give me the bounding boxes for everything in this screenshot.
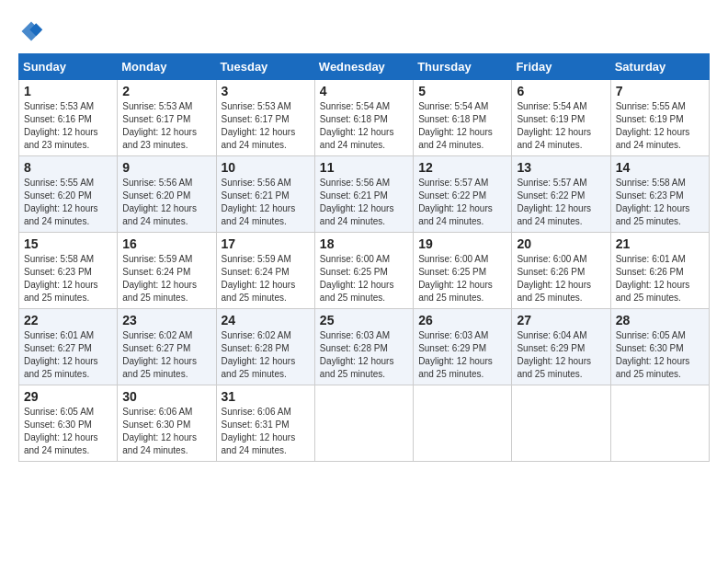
calendar-cell: 2 Sunrise: 5:53 AM Sunset: 6:17 PM Dayli… — [118, 80, 216, 156]
calendar-cell: 27 Sunrise: 6:04 AM Sunset: 6:29 PM Dayl… — [512, 309, 610, 385]
day-info: Sunrise: 5:54 AM Sunset: 6:18 PM Dayligh… — [418, 100, 506, 152]
day-number: 3 — [222, 84, 310, 98]
day-info: Sunrise: 5:58 AM Sunset: 6:23 PM Dayligh… — [616, 177, 704, 228]
calendar-cell: 26 Sunrise: 6:03 AM Sunset: 6:29 PM Dayl… — [414, 309, 512, 385]
day-info: Sunrise: 5:54 AM Sunset: 6:19 PM Dayligh… — [517, 100, 605, 152]
day-info: Sunrise: 5:59 AM Sunset: 6:24 PM Dayligh… — [122, 253, 210, 304]
calendar-cell — [414, 385, 512, 462]
calendar-week-row: 8 Sunrise: 5:55 AM Sunset: 6:20 PM Dayli… — [19, 156, 710, 233]
day-number: 29 — [24, 389, 112, 404]
calendar-cell: 25 Sunrise: 6:03 AM Sunset: 6:28 PM Dayl… — [314, 309, 413, 385]
day-info: Sunrise: 5:57 AM Sunset: 6:22 PM Dayligh… — [517, 177, 605, 228]
logo-icon — [18, 18, 44, 44]
day-number: 4 — [320, 84, 408, 98]
day-info: Sunrise: 5:55 AM Sunset: 6:19 PM Dayligh… — [616, 100, 704, 152]
weekday-header: Thursday — [414, 54, 512, 80]
calendar-cell: 23 Sunrise: 6:02 AM Sunset: 6:27 PM Dayl… — [118, 309, 216, 385]
page-header — [18, 18, 710, 44]
weekday-header: Tuesday — [216, 54, 314, 80]
weekday-header: Sunday — [19, 54, 118, 80]
calendar-cell: 9 Sunrise: 5:56 AM Sunset: 6:20 PM Dayli… — [118, 156, 216, 233]
day-number: 17 — [222, 236, 310, 251]
day-info: Sunrise: 5:55 AM Sunset: 6:20 PM Dayligh… — [24, 177, 112, 228]
day-info: Sunrise: 6:05 AM Sunset: 6:30 PM Dayligh… — [616, 329, 704, 381]
day-info: Sunrise: 6:01 AM Sunset: 6:27 PM Dayligh… — [24, 329, 112, 381]
calendar-cell: 7 Sunrise: 5:55 AM Sunset: 6:19 PM Dayli… — [610, 80, 709, 156]
calendar-cell: 20 Sunrise: 6:00 AM Sunset: 6:26 PM Dayl… — [512, 233, 610, 309]
day-info: Sunrise: 5:53 AM Sunset: 6:16 PM Dayligh… — [24, 100, 112, 152]
day-number: 11 — [320, 160, 408, 175]
calendar-cell — [314, 385, 413, 462]
calendar-cell: 15 Sunrise: 5:58 AM Sunset: 6:23 PM Dayl… — [19, 233, 118, 309]
weekday-header: Saturday — [610, 54, 709, 80]
day-info: Sunrise: 5:59 AM Sunset: 6:24 PM Dayligh… — [222, 253, 310, 304]
day-info: Sunrise: 5:58 AM Sunset: 6:23 PM Dayligh… — [24, 253, 112, 304]
day-info: Sunrise: 6:00 AM Sunset: 6:26 PM Dayligh… — [517, 253, 605, 304]
day-info: Sunrise: 6:00 AM Sunset: 6:25 PM Dayligh… — [320, 253, 408, 304]
calendar-cell: 14 Sunrise: 5:58 AM Sunset: 6:23 PM Dayl… — [610, 156, 709, 233]
calendar-cell: 1 Sunrise: 5:53 AM Sunset: 6:16 PM Dayli… — [19, 80, 118, 156]
day-info: Sunrise: 5:54 AM Sunset: 6:18 PM Dayligh… — [320, 100, 408, 152]
calendar-week-row: 22 Sunrise: 6:01 AM Sunset: 6:27 PM Dayl… — [19, 309, 710, 385]
day-number: 8 — [24, 160, 112, 175]
day-number: 13 — [517, 160, 605, 175]
weekday-header: Monday — [118, 54, 216, 80]
day-number: 20 — [517, 236, 605, 251]
day-number: 14 — [616, 160, 704, 175]
calendar-cell: 13 Sunrise: 5:57 AM Sunset: 6:22 PM Dayl… — [512, 156, 610, 233]
day-number: 26 — [418, 313, 506, 327]
logo — [18, 18, 48, 44]
day-number: 31 — [222, 389, 310, 404]
day-number: 6 — [517, 84, 605, 98]
day-info: Sunrise: 6:05 AM Sunset: 6:30 PM Dayligh… — [24, 406, 112, 457]
day-info: Sunrise: 6:06 AM Sunset: 6:31 PM Dayligh… — [222, 406, 310, 457]
day-info: Sunrise: 6:01 AM Sunset: 6:26 PM Dayligh… — [616, 253, 704, 304]
day-info: Sunrise: 6:00 AM Sunset: 6:25 PM Dayligh… — [418, 253, 506, 304]
calendar-body: 1 Sunrise: 5:53 AM Sunset: 6:16 PM Dayli… — [19, 80, 710, 462]
day-number: 30 — [122, 389, 210, 404]
day-number: 16 — [122, 236, 210, 251]
calendar-cell: 31 Sunrise: 6:06 AM Sunset: 6:31 PM Dayl… — [216, 385, 314, 462]
calendar-cell: 5 Sunrise: 5:54 AM Sunset: 6:18 PM Dayli… — [414, 80, 512, 156]
calendar-cell: 24 Sunrise: 6:02 AM Sunset: 6:28 PM Dayl… — [216, 309, 314, 385]
day-info: Sunrise: 5:53 AM Sunset: 6:17 PM Dayligh… — [122, 100, 210, 152]
calendar-cell: 22 Sunrise: 6:01 AM Sunset: 6:27 PM Dayl… — [19, 309, 118, 385]
calendar-cell: 29 Sunrise: 6:05 AM Sunset: 6:30 PM Dayl… — [19, 385, 118, 462]
calendar-cell: 28 Sunrise: 6:05 AM Sunset: 6:30 PM Dayl… — [610, 309, 709, 385]
day-info: Sunrise: 5:56 AM Sunset: 6:21 PM Dayligh… — [222, 177, 310, 228]
weekday-header: Friday — [512, 54, 610, 80]
day-number: 15 — [24, 236, 112, 251]
calendar-cell — [610, 385, 709, 462]
calendar-cell: 30 Sunrise: 6:06 AM Sunset: 6:30 PM Dayl… — [118, 385, 216, 462]
calendar-cell: 10 Sunrise: 5:56 AM Sunset: 6:21 PM Dayl… — [216, 156, 314, 233]
day-info: Sunrise: 6:03 AM Sunset: 6:28 PM Dayligh… — [320, 329, 408, 381]
calendar-cell: 8 Sunrise: 5:55 AM Sunset: 6:20 PM Dayli… — [19, 156, 118, 233]
calendar-cell — [512, 385, 610, 462]
calendar-week-row: 29 Sunrise: 6:05 AM Sunset: 6:30 PM Dayl… — [19, 385, 710, 462]
calendar-cell: 12 Sunrise: 5:57 AM Sunset: 6:22 PM Dayl… — [414, 156, 512, 233]
day-info: Sunrise: 5:56 AM Sunset: 6:21 PM Dayligh… — [320, 177, 408, 228]
day-number: 24 — [222, 313, 310, 327]
day-info: Sunrise: 6:03 AM Sunset: 6:29 PM Dayligh… — [418, 329, 506, 381]
day-info: Sunrise: 6:06 AM Sunset: 6:30 PM Dayligh… — [122, 406, 210, 457]
calendar-week-row: 15 Sunrise: 5:58 AM Sunset: 6:23 PM Dayl… — [19, 233, 710, 309]
day-number: 25 — [320, 313, 408, 327]
day-number: 27 — [517, 313, 605, 327]
day-number: 23 — [122, 313, 210, 327]
day-info: Sunrise: 6:04 AM Sunset: 6:29 PM Dayligh… — [517, 329, 605, 381]
day-info: Sunrise: 5:53 AM Sunset: 6:17 PM Dayligh… — [222, 100, 310, 152]
calendar-cell: 11 Sunrise: 5:56 AM Sunset: 6:21 PM Dayl… — [314, 156, 413, 233]
day-number: 5 — [418, 84, 506, 98]
day-number: 1 — [24, 84, 112, 98]
day-info: Sunrise: 5:56 AM Sunset: 6:20 PM Dayligh… — [122, 177, 210, 228]
calendar-cell: 3 Sunrise: 5:53 AM Sunset: 6:17 PM Dayli… — [216, 80, 314, 156]
calendar-header-row: SundayMondayTuesdayWednesdayThursdayFrid… — [19, 54, 710, 80]
day-number: 10 — [222, 160, 310, 175]
day-info: Sunrise: 6:02 AM Sunset: 6:27 PM Dayligh… — [122, 329, 210, 381]
day-number: 19 — [418, 236, 506, 251]
day-number: 9 — [122, 160, 210, 175]
day-info: Sunrise: 6:02 AM Sunset: 6:28 PM Dayligh… — [222, 329, 310, 381]
day-number: 7 — [616, 84, 704, 98]
day-number: 2 — [122, 84, 210, 98]
calendar-table: SundayMondayTuesdayWednesdayThursdayFrid… — [18, 53, 710, 462]
